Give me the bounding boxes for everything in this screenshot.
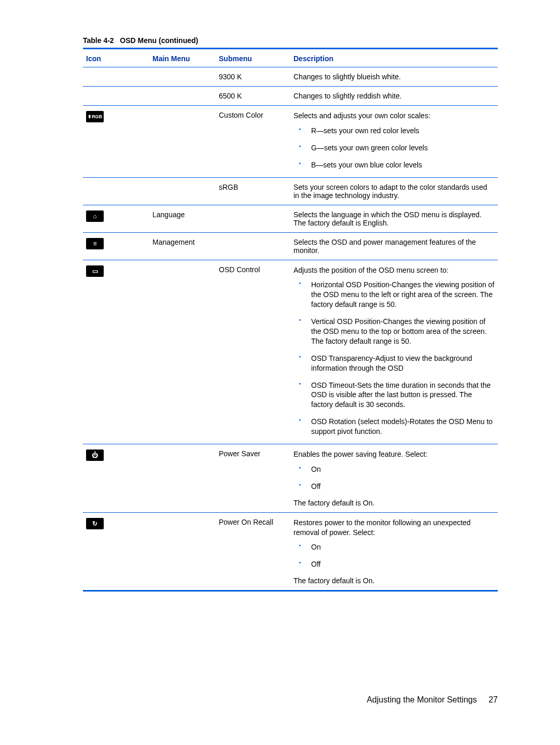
- power-saver-icon: ⏻: [86, 449, 104, 461]
- osd-control-icon: ▭: [86, 265, 104, 277]
- table-row: sRGB Sets your screen colors to adapt to…: [83, 177, 498, 205]
- table-row: ▭ OSD Control Adjusts the position of th…: [83, 260, 498, 444]
- description-list: R—sets your own red color levels G—sets …: [299, 126, 495, 170]
- description-cell: Selects the language in which the OSD me…: [290, 205, 498, 232]
- list-item: OSD Rotation (select models)-Rotates the…: [299, 417, 495, 437]
- page-footer: Adjusting the Monitor Settings 27: [83, 695, 498, 705]
- list-item: G—sets your own green color levels: [299, 143, 495, 153]
- description-list: On Off: [299, 542, 495, 569]
- list-item: Off: [299, 559, 495, 569]
- description-cell: Selects and adjusts your own color scale…: [290, 106, 498, 178]
- list-item: R—sets your own red color levels: [299, 126, 495, 136]
- description-list: On Off: [299, 465, 495, 491]
- rgb-icon: ⬍RGB: [86, 111, 104, 122]
- mainmenu-cell: Management: [149, 232, 216, 260]
- list-item: Horizontal OSD Position-Changes the view…: [299, 280, 495, 310]
- description-cell: Adjusts the position of the OSD menu scr…: [290, 260, 498, 444]
- list-item: Off: [299, 482, 495, 491]
- description-cell: Sets your screen colors to adapt to the …: [290, 177, 498, 205]
- list-item: Vertical OSD Position-Changes the viewin…: [299, 317, 495, 346]
- submenu-cell: sRGB: [216, 177, 290, 205]
- description-cell: Changes to slightly blueish white.: [290, 67, 498, 87]
- list-item: On: [299, 542, 495, 552]
- footer-page-number: 27: [488, 695, 498, 704]
- table-row: ↻ Power On Recall Restores power to the …: [83, 512, 498, 590]
- table-bottom-rule: [83, 590, 498, 592]
- description-tail: The factory default is On.: [293, 577, 495, 585]
- document-page: Table 4-2 OSD Menu (continued) Icon Main…: [0, 0, 560, 736]
- table-row: ≡ Management Selects the OSD and power m…: [83, 232, 498, 260]
- submenu-cell: Custom Color: [216, 106, 290, 178]
- description-tail: The factory default is On.: [293, 499, 495, 507]
- submenu-cell: 6500 K: [216, 87, 290, 106]
- submenu-cell: 9300 K: [216, 67, 290, 87]
- description-lead: Enables the power saving feature. Select…: [293, 449, 495, 459]
- col-header-description: Description: [290, 49, 498, 67]
- description-cell: Enables the power saving feature. Select…: [290, 444, 498, 513]
- description-cell: Selects the OSD and power management fea…: [290, 232, 498, 260]
- list-item: On: [299, 465, 495, 474]
- submenu-cell: Power Saver: [216, 444, 290, 513]
- table-number: Table 4-2: [83, 36, 114, 45]
- table-row: ⌂ Language Selects the language in which…: [83, 205, 498, 232]
- table-row: 9300 K Changes to slightly blueish white…: [83, 67, 498, 87]
- table-row: ⬍RGB Custom Color Selects and adjusts yo…: [83, 106, 498, 178]
- language-icon: ⌂: [86, 210, 104, 222]
- list-item: OSD Transparency-Adjust to view the back…: [299, 354, 495, 373]
- table-row: ⏻ Power Saver Enables the power saving f…: [83, 444, 498, 513]
- description-lead: Restores power to the monitor following …: [293, 518, 495, 538]
- osd-menu-table: Icon Main Menu Submenu Description 9300 …: [83, 49, 498, 590]
- description-cell: Changes to slightly reddish white.: [290, 87, 498, 106]
- submenu-cell: Power On Recall: [216, 512, 290, 590]
- col-header-icon: Icon: [83, 49, 149, 67]
- management-icon: ≡: [86, 238, 104, 249]
- table-row: 6500 K Changes to slightly reddish white…: [83, 87, 498, 106]
- description-list: Horizontal OSD Position-Changes the view…: [299, 280, 495, 437]
- col-header-submenu: Submenu: [216, 49, 290, 67]
- submenu-cell: OSD Control: [216, 260, 290, 444]
- description-lead: Selects and adjusts your own color scale…: [293, 111, 495, 121]
- col-header-main-menu: Main Menu: [149, 49, 216, 67]
- description-lead: Adjusts the position of the OSD menu scr…: [293, 265, 495, 275]
- description-cell: Restores power to the monitor following …: [290, 512, 498, 590]
- power-on-recall-icon: ↻: [86, 518, 104, 529]
- table-title: OSD Menu (continued): [120, 36, 198, 45]
- mainmenu-cell: Language: [149, 205, 216, 232]
- table-caption: Table 4-2 OSD Menu (continued): [83, 36, 498, 45]
- list-item: B—sets your own blue color levels: [299, 160, 495, 170]
- footer-section-title: Adjusting the Monitor Settings: [367, 695, 477, 704]
- list-item: OSD Timeout-Sets the time duration in se…: [299, 381, 495, 410]
